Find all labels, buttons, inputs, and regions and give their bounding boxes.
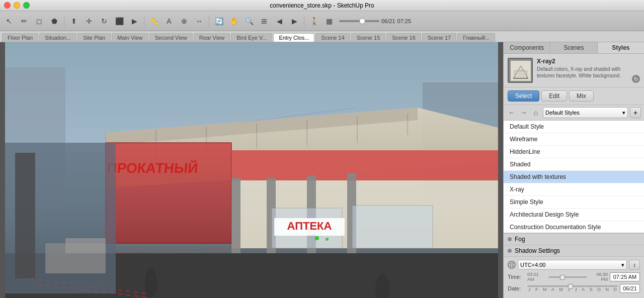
back-nav-button[interactable]: ← [507, 108, 517, 118]
current-style-description: Default colors, X-ray and shaded with te… [537, 66, 628, 79]
month-tick-M: M [559, 287, 563, 292]
follow-me-tool[interactable]: ▶ [127, 14, 141, 28]
style-action-buttons: SelectEditMix [504, 87, 644, 105]
update-style-button[interactable]: ↻ [632, 75, 640, 83]
scene-tab-floor-plan[interactable]: Floor Plan [2, 33, 38, 42]
next-view-tool[interactable]: ▶ [287, 14, 301, 28]
time-slider[interactable] [548, 276, 587, 278]
select-tool[interactable]: ↖ [2, 14, 16, 28]
style-select-button[interactable]: Select [508, 90, 539, 102]
scene-tab-second-view[interactable]: Second View [149, 33, 193, 42]
scene-tab-scene-16[interactable]: Scene 16 [386, 33, 421, 42]
style-item-x-ray[interactable]: X-ray [504, 183, 644, 196]
pencil-tool[interactable]: ✏ [17, 14, 31, 28]
orbit-tool[interactable]: 🔄 [212, 14, 226, 28]
viewport[interactable]: АПТЕКА ПРОКАТНЫЙ [0, 42, 503, 298]
month-tick-D: D [613, 287, 617, 292]
svg-text:ПРОКАТНЫЙ: ПРОКАТНЫЙ [106, 160, 199, 176]
panel-header-tabs: ComponentsScenesStyles [504, 42, 644, 54]
time-end-label: 07:25 [397, 18, 412, 24]
eraser-tool[interactable]: ◻ [32, 14, 46, 28]
scale-tool[interactable]: ⬛ [112, 14, 126, 28]
month-tick-O: O [597, 287, 601, 292]
style-item-hiddenline[interactable]: HiddenLine [504, 146, 644, 158]
dimensions-tool[interactable]: ↔ [192, 14, 206, 28]
text-tool[interactable]: A [162, 14, 176, 28]
svg-point-33 [315, 236, 319, 240]
style-item-shaded[interactable]: Shaded [504, 158, 644, 171]
scene-tab-scene-17[interactable]: Scene 17 [422, 33, 456, 42]
scene-tab-situation...[interactable]: Situation... [39, 33, 76, 42]
date-slider-thumb[interactable] [568, 284, 573, 289]
separator-4 [304, 15, 304, 27]
time-max-label: 06:30 PM [589, 272, 608, 282]
home-nav-button[interactable]: ⌂ [531, 108, 541, 118]
panel-tab-styles[interactable]: Styles [598, 42, 644, 53]
time-value-display[interactable]: 07:25 AM [610, 272, 640, 281]
minimize-button[interactable] [14, 2, 20, 9]
scene-tab-scene-14[interactable]: Scene 14 [315, 33, 350, 42]
date-value-display[interactable]: 06/21 [620, 284, 640, 293]
style-mix-button[interactable]: Mix [569, 90, 594, 102]
fog-indicator [508, 237, 512, 241]
scene-tab-main-view[interactable]: Main View [112, 33, 148, 42]
scene-tab-главный...[interactable]: Главный... [457, 33, 495, 42]
style-thumbnail-image [510, 60, 530, 80]
scene-tab-entry-clos...[interactable]: Entry Clos... [273, 33, 314, 42]
section-tool[interactable]: ▦ [322, 14, 336, 28]
push-pull-tool[interactable]: ⬆ [67, 14, 81, 28]
style-item-default-style[interactable]: Default Style [504, 121, 644, 133]
timezone-dropdown[interactable]: UTC+4:00 ▾ [518, 260, 627, 270]
time-label: Time: [508, 274, 525, 280]
move-tool[interactable]: ✛ [82, 14, 96, 28]
styles-list[interactable]: Default StyleWireframeHiddenLineShadedSh… [504, 121, 644, 233]
time-row: Time: 03:21 AM 06:30 PM 07:25 AM [508, 272, 640, 282]
bottom-panels: Fog Shadow Settings [504, 233, 644, 256]
forward-nav-button[interactable]: → [519, 108, 529, 118]
zoom-tool[interactable]: 🔍 [242, 14, 256, 28]
style-item-simple-style[interactable]: Simple Style [504, 196, 644, 209]
style-edit-button[interactable]: Edit [541, 90, 567, 102]
close-button[interactable] [4, 2, 11, 9]
time-slider-thumb[interactable] [560, 275, 565, 280]
scene-tab-scene-15[interactable]: Scene 15 [351, 33, 385, 42]
rotate-tool[interactable]: ↻ [97, 14, 111, 28]
date-slider-container: JFMAMJJASOND [527, 285, 618, 292]
building-sketch-svg: АПТЕКА ПРОКАТНЫЙ [0, 42, 503, 298]
shadow-settings-toggle[interactable]: Shadow Settings [504, 245, 644, 256]
pan-tool[interactable]: ✋ [227, 14, 241, 28]
axes-tool[interactable]: ⊕ [177, 14, 191, 28]
current-style-name: X-ray2 [537, 58, 628, 65]
panel-tab-scenes[interactable]: Scenes [550, 42, 597, 53]
timezone-selector: UTC+4:00 ▾ ↕ [508, 260, 640, 270]
tape-tool[interactable]: 📏 [147, 14, 161, 28]
fog-label: Fog [515, 236, 525, 243]
fog-panel-toggle[interactable]: Fog [504, 233, 644, 245]
panel-tab-components[interactable]: Components [504, 42, 550, 53]
style-nav-bar: ← → ⌂ Default Styles ▾ + [504, 105, 644, 121]
style-category-dropdown[interactable]: Default Styles ▾ [543, 107, 628, 118]
walk-tool[interactable]: 🚶 [307, 14, 321, 28]
date-slider[interactable] [527, 285, 618, 287]
style-item-construction-documentation-style[interactable]: Construction Documentation Style [504, 221, 644, 233]
scene-tab-rear-view[interactable]: Rear View [194, 33, 230, 42]
timezone-chevron-icon: ▾ [621, 262, 624, 268]
timezone-action-button[interactable]: ↕ [629, 260, 640, 270]
timeline-slider[interactable] [339, 20, 379, 22]
scene-tab-bird-eye-v...[interactable]: Bird Eye V... [231, 33, 272, 42]
create-style-button[interactable]: + [630, 107, 641, 118]
zoom-window-tool[interactable]: ⊞ [257, 14, 271, 28]
right-panel: ComponentsScenesStyles X-ray2 Default co… [503, 42, 644, 298]
titlebar: convenience_store.skp - SketchUp Pro [0, 0, 644, 11]
maximize-button[interactable] [23, 2, 30, 9]
style-item-shaded-with-textures[interactable]: Shaded with textures [504, 171, 644, 183]
timezone-icon [508, 261, 516, 269]
paint-tool[interactable]: ⬟ [47, 14, 61, 28]
scene-tab-site-plan[interactable]: Site Plan [77, 33, 111, 42]
previous-view-tool[interactable]: ◀ [272, 14, 286, 28]
separator-2 [144, 15, 144, 27]
scene-tabs: Floor PlanSituation...Site PlanMain View… [0, 31, 644, 42]
month-tick-N: N [605, 287, 609, 292]
style-item-wireframe[interactable]: Wireframe [504, 133, 644, 146]
style-item-architectural-design-style[interactable]: Architectural Design Style [504, 209, 644, 221]
